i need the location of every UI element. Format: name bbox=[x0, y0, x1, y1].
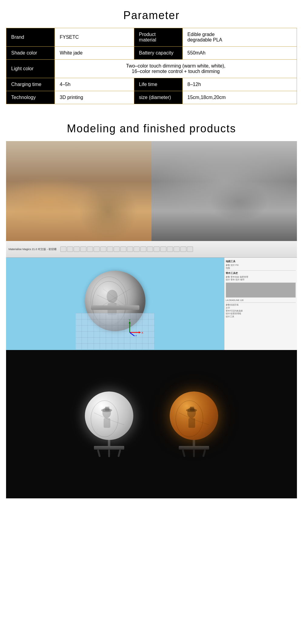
panel-row: 切片 零件 切片 细节 bbox=[226, 278, 296, 281]
label-size: size (diameter) bbox=[134, 91, 182, 104]
svg-point-9 bbox=[100, 193, 124, 213]
svg-rect-46 bbox=[105, 407, 109, 411]
toolbar-buttons bbox=[60, 246, 193, 252]
grayscale-background-image: You're my soulmate and joy maker bbox=[152, 141, 297, 241]
panel-title-view: 零件工具栏 bbox=[226, 272, 296, 275]
svg-rect-44 bbox=[104, 418, 110, 428]
table-row: Technology 3D printing size (diameter) 1… bbox=[6, 91, 297, 104]
software-content-area: X Y Z 地图工具 参数 切片 FIX 范围 零件工具栏 参数 零件信息 场景… bbox=[6, 258, 297, 350]
value-shade-color: White jade bbox=[55, 47, 134, 60]
modeling-section: Modeling and finished products bbox=[0, 110, 303, 498]
value-light-color: Two–color touch dimming (warm white, whi… bbox=[55, 60, 297, 78]
svg-point-21 bbox=[249, 141, 251, 143]
svg-point-18 bbox=[152, 220, 199, 241]
value-size: 15cm,18cm,20cm bbox=[182, 91, 297, 104]
software-toolbar: Materialise Magics 21.0 对文版 - 初切碟 bbox=[6, 241, 297, 258]
label-life-time: Life time bbox=[134, 78, 182, 91]
toolbar-btn[interactable] bbox=[94, 246, 100, 252]
woman-cat-svg bbox=[6, 141, 152, 241]
parameter-title: Parameter bbox=[6, 9, 297, 22]
toolbar-btn[interactable] bbox=[174, 246, 180, 252]
amber-lamp-svg bbox=[170, 391, 218, 440]
toolbar-btn[interactable] bbox=[60, 246, 66, 252]
foot-mid bbox=[108, 450, 110, 457]
toolbar-btn[interactable] bbox=[140, 246, 146, 252]
svg-point-7 bbox=[51, 173, 75, 221]
foot-left bbox=[182, 449, 185, 457]
svg-point-6 bbox=[28, 142, 63, 205]
toolbar-btn[interactable] bbox=[107, 246, 113, 252]
svg-rect-0 bbox=[6, 141, 152, 241]
svg-marker-11 bbox=[116, 191, 122, 197]
value-product-material: Edible gradedegradable PLA bbox=[182, 28, 297, 47]
toolbar-btn[interactable] bbox=[160, 246, 166, 252]
svg-point-31 bbox=[107, 290, 118, 303]
svg-point-8 bbox=[92, 199, 132, 226]
moon-lamp-amber bbox=[170, 391, 218, 440]
toolbar-btn[interactable] bbox=[74, 246, 80, 252]
value-technology: 3D printing bbox=[55, 91, 134, 104]
toolbar-btn[interactable] bbox=[87, 246, 93, 252]
toolbar-btn[interactable] bbox=[120, 246, 126, 252]
toolbar-btn[interactable] bbox=[114, 246, 120, 252]
toolbar-btn[interactable] bbox=[154, 246, 160, 252]
foot-right bbox=[118, 449, 121, 457]
label-shade-color: Shade color bbox=[6, 47, 55, 60]
3d-moon-stand bbox=[91, 305, 139, 310]
toolbar-btn[interactable] bbox=[167, 246, 173, 252]
table-row: Brand FYSETC Productmaterial Edible grad… bbox=[6, 28, 297, 47]
toolbar-btn[interactable] bbox=[67, 246, 73, 252]
toolbar-btn[interactable] bbox=[80, 246, 86, 252]
svg-rect-49 bbox=[188, 418, 195, 428]
panel-row: 切片工具 bbox=[226, 315, 296, 318]
label-technology: Technology bbox=[6, 91, 55, 104]
toolbar-btn[interactable] bbox=[100, 246, 106, 252]
foot-left bbox=[97, 449, 101, 457]
moon-lamp-white bbox=[85, 391, 133, 440]
foot-mid bbox=[193, 450, 195, 457]
woman-cat-image bbox=[6, 141, 152, 241]
panel-row: 参数 零件信息 场景管理 bbox=[226, 276, 296, 279]
lamp-base-white bbox=[94, 446, 124, 450]
modeling-title: Modeling and finished products bbox=[6, 122, 297, 135]
toolbar-btn[interactable] bbox=[147, 246, 153, 252]
svg-point-5 bbox=[39, 155, 67, 164]
panel-row: 零件可见列表选择 bbox=[226, 309, 296, 312]
svg-line-37 bbox=[130, 332, 137, 336]
toolbar-btn[interactable] bbox=[134, 246, 140, 252]
svg-point-25 bbox=[232, 181, 252, 205]
svg-marker-34 bbox=[139, 332, 141, 334]
top-images-row: You're my soulmate and joy maker bbox=[6, 141, 297, 241]
svg-point-17 bbox=[183, 197, 277, 241]
svg-point-3 bbox=[39, 148, 67, 183]
moon-lamps-dark-image bbox=[6, 350, 297, 498]
panel-row: 切片/设置管理组 bbox=[226, 312, 296, 315]
svg-rect-4 bbox=[39, 183, 75, 230]
svg-rect-1 bbox=[6, 209, 152, 241]
svg-point-27 bbox=[230, 181, 254, 188]
panel-divider bbox=[226, 270, 296, 271]
label-battery-capacity: Battery capacity bbox=[134, 47, 182, 60]
panel-row: 范围 bbox=[226, 267, 296, 270]
grayscale-svg: You're my soulmate and joy maker bbox=[152, 141, 297, 241]
svg-marker-10 bbox=[102, 191, 108, 197]
toolbar-btn[interactable] bbox=[127, 246, 133, 252]
value-brand: FYSETC bbox=[55, 28, 134, 47]
parameter-section: Parameter Brand FYSETC Productmaterial E… bbox=[0, 0, 303, 110]
toolbar-btn[interactable] bbox=[180, 246, 186, 252]
svg-rect-28 bbox=[237, 177, 247, 185]
axis-arrows-svg: X Y Z bbox=[126, 318, 144, 336]
label-light-color: Light color bbox=[6, 60, 55, 78]
panel-row: 参数 切片 FIX bbox=[226, 264, 296, 267]
svg-marker-38 bbox=[135, 335, 137, 336]
panel-row: 参数信息区域 bbox=[226, 303, 296, 306]
panel-row: 文字 bbox=[226, 306, 296, 309]
white-lamp-container bbox=[85, 391, 133, 457]
label-brand: Brand bbox=[6, 28, 55, 47]
toolbar-btn[interactable] bbox=[187, 246, 193, 252]
lamp-base-amber bbox=[179, 446, 209, 450]
svg-rect-2 bbox=[6, 205, 152, 213]
panel-title-tools: 地图工具 bbox=[226, 260, 296, 263]
svg-marker-36 bbox=[128, 322, 131, 323]
foot-right bbox=[202, 449, 206, 457]
